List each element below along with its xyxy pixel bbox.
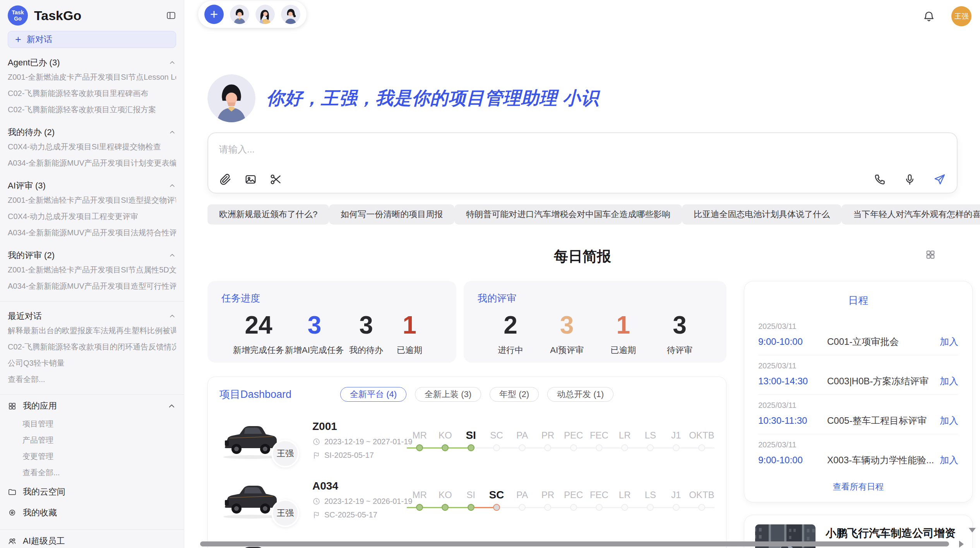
- app-menu-item[interactable]: 项目管理: [8, 416, 176, 432]
- schedule-event-name: X003-车辆动力学性能验...: [827, 454, 940, 466]
- milestone-ko: KO: [432, 488, 458, 512]
- sidebar-section-header[interactable]: Agent已办 (3): [8, 57, 176, 69]
- suggestion-chip[interactable]: 如何写一份清晰的项目周报: [329, 204, 454, 224]
- flag-icon: [312, 451, 320, 459]
- recent-chat-item[interactable]: 解释最新出台的欧盟报废车法规再生塑料比例被调至15%...: [8, 322, 176, 339]
- ai-staff-link[interactable]: AI超级员工: [8, 531, 176, 548]
- app-title: TaskGo: [34, 8, 160, 23]
- sidebar-conversation-item[interactable]: Z001-全新燃油皮卡产品开发项目SI节点Lesson Learn报告: [8, 69, 176, 85]
- panel-collapse-icon: [166, 10, 176, 21]
- milestone-mr: MR: [407, 428, 432, 452]
- project-info: A034 2023-12-19 ~ 2026-01-19 SC-2025-05-…: [312, 480, 404, 519]
- sidebar-section-header[interactable]: 我的评审 (2): [8, 249, 176, 262]
- milestone-sc: SC: [484, 488, 509, 512]
- sidebar-conversation-item[interactable]: A034-全新新能源MUV产品开发项目法规符合性评审: [8, 224, 176, 241]
- microphone-icon[interactable]: [903, 173, 916, 186]
- stat-item: 1 已逾期: [602, 312, 644, 356]
- stat-item: 3 AI预评审: [546, 312, 588, 356]
- send-icon[interactable]: [933, 173, 946, 186]
- suggestion-chip[interactable]: 当下年轻人对汽车外观有怎样的喜好趋势: [841, 204, 980, 224]
- app-menu-item[interactable]: 产品管理: [8, 432, 176, 448]
- my-apps-header[interactable]: 我的应用: [8, 396, 176, 416]
- dashboard-filter-tab[interactable]: 全新上装 (3): [415, 387, 481, 402]
- cloud-space-link[interactable]: 我的云空间: [8, 482, 176, 502]
- briefing-title: 每日简报: [554, 248, 611, 264]
- project-dates: 2023-12-19 ~ 2026-01-19: [312, 497, 404, 506]
- view-all-schedule-link[interactable]: 查看所有日程: [758, 481, 958, 493]
- stat-label: 我的待办: [345, 344, 387, 356]
- sidebar-section-header[interactable]: 我的待办 (2): [8, 126, 176, 139]
- stat-value: 24: [233, 312, 284, 338]
- suggestion-chip[interactable]: 特朗普可能对进口汽车增税会对中国车企造成哪些影响: [454, 204, 682, 224]
- sidebar-conversation-item[interactable]: Z001-全新燃油轻卡产品开发项目SI节点属性5D文件评审: [8, 262, 176, 278]
- dashboard-filter-tab[interactable]: 年型 (2): [490, 387, 539, 402]
- join-meeting-link[interactable]: 加入: [940, 414, 958, 427]
- schedule-event-name: C003|H0B-方案冻结评审: [827, 375, 940, 387]
- sidebar-conversation-item[interactable]: A034-全新新能源MUV产品开发项目计划变更表编写: [8, 155, 176, 171]
- schedule-time: 9:00-10:00: [758, 455, 827, 466]
- composer[interactable]: 请输入...: [207, 132, 958, 194]
- composer-placeholder[interactable]: 请输入...: [219, 143, 946, 173]
- briefing-header: 每日简报: [207, 247, 958, 264]
- sidebar-conversation-item[interactable]: C02-飞腾新能源轻客改款项目里程碑画布: [8, 85, 176, 101]
- dashboard-title: 项目Dashboard: [219, 387, 291, 401]
- right-column: 日程 2025/03/11 9:00-10:00 C001-立项审批会 加入: [744, 281, 973, 548]
- stat-cards-row: 任务进度 24 新增完成任务 3: [207, 281, 726, 363]
- stat-label: 已逾期: [602, 344, 644, 356]
- app-menu-item[interactable]: 查看全部...: [8, 464, 176, 481]
- milestone-si: SI: [458, 428, 484, 452]
- phone-icon[interactable]: [874, 173, 886, 186]
- sidebar-conversation-item[interactable]: C0X4-动力总成开发项目工程变更评审: [8, 208, 176, 224]
- scroll-down-arrow[interactable]: [969, 528, 976, 533]
- join-meeting-link[interactable]: 加入: [940, 375, 958, 387]
- task-progress-stats: 24 新增完成任务 3 新增AI完成任务: [221, 312, 442, 356]
- favorites-link[interactable]: 我的收藏: [8, 503, 176, 522]
- suggestion-chip[interactable]: 欧洲新规最近颁布了什么?: [207, 204, 329, 224]
- sidebar-section-header[interactable]: AI评审 (3): [8, 180, 176, 192]
- dashboard-filter-tab[interactable]: 动总开发 (1): [547, 387, 613, 402]
- sidebar-conversation-item[interactable]: Z001-全新燃油轻卡产品开发项目SI造型提交物评审: [8, 192, 176, 208]
- stat-value: 1: [388, 312, 431, 338]
- schedule-item: 2025/03/11 13:00-14:30 C003|H0B-方案冻结评审 加…: [758, 355, 958, 394]
- sidebar-collapse-button[interactable]: [166, 10, 176, 21]
- scissors-icon[interactable]: [269, 173, 282, 186]
- recent-chats-header[interactable]: 最近对话: [8, 310, 176, 322]
- join-meeting-link[interactable]: 加入: [940, 454, 958, 466]
- sidebar-conversation-item[interactable]: C0X4-动力总成开发项目SI里程碑提交物检查: [8, 139, 176, 155]
- project-flag-text: SI-2025-05-17: [324, 451, 374, 460]
- image-upload-icon[interactable]: [244, 173, 257, 186]
- milestone-oktb: OKTB: [689, 488, 714, 512]
- chevron-up-icon: [168, 312, 176, 320]
- schedule-date: 2025/03/11: [758, 401, 958, 410]
- paperclip-icon[interactable]: [219, 173, 232, 186]
- briefing-layout-button[interactable]: [925, 249, 936, 260]
- divider: [0, 529, 184, 530]
- sidebar-conversation-item[interactable]: A034-全新新能源MUV产品开发项目造型可行性评审: [8, 278, 176, 294]
- schedule-list: 2025/03/11 9:00-10:00 C001-立项审批会 加入: [758, 316, 958, 473]
- project-name[interactable]: Z001: [312, 420, 404, 433]
- project-image: 王强: [219, 419, 281, 461]
- recent-chat-item[interactable]: 查看全部...: [8, 371, 176, 387]
- schedule-date: 2025/03/11: [758, 322, 958, 331]
- sidebar-sections: Agent已办 (3)Z001-全新燃油皮卡产品开发项目SI节点Lesson L…: [8, 57, 176, 294]
- recent-chat-item[interactable]: C02-飞腾新能源轻客改款项目的闭环通告反馈情况: [8, 339, 176, 355]
- new-chat-button[interactable]: 新对话: [8, 31, 176, 48]
- cloud-space-label: 我的云空间: [23, 482, 65, 502]
- task-progress-card: 任务进度 24 新增完成任务 3: [207, 281, 456, 363]
- scroll-right-arrow[interactable]: [959, 541, 964, 548]
- sidebar-conversation-item[interactable]: C02-飞腾新能源轻客改款项目立项汇报方案: [8, 101, 176, 118]
- chevron-up-icon: [167, 402, 176, 411]
- project-date-range: 2023-12-19 ~ 2026-01-19: [324, 497, 412, 506]
- horizontal-scrollbar-thumb[interactable]: [200, 541, 949, 546]
- stat-value: 3: [345, 312, 387, 338]
- project-name[interactable]: A034: [312, 480, 404, 492]
- suggestion-chip[interactable]: 比亚迪全固态电池计划具体说了什么: [682, 204, 841, 224]
- recent-chat-item[interactable]: 公司Q3轻卡销量: [8, 355, 176, 371]
- milestone-j1: J1: [663, 488, 689, 512]
- app-logo-row: Task Go TaskGo: [8, 0, 176, 26]
- dashboard-filter-tab[interactable]: 全新平台 (4): [340, 387, 406, 402]
- milestone-si: SI: [458, 488, 484, 512]
- milestone-pa: PA: [509, 428, 535, 452]
- join-meeting-link[interactable]: 加入: [940, 336, 958, 348]
- app-menu-item[interactable]: 变更管理: [8, 448, 176, 464]
